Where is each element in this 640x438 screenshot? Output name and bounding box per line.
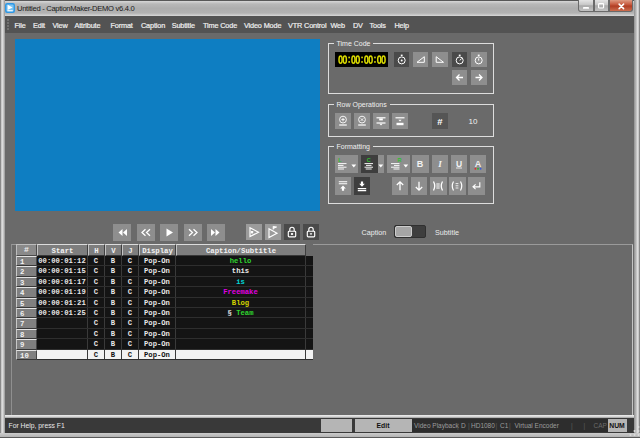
svg-text:L: L xyxy=(338,157,342,163)
svg-text:B: B xyxy=(417,159,424,169)
svg-text:I: I xyxy=(437,159,442,169)
svg-text:C: C xyxy=(366,157,370,163)
svg-text:A: A xyxy=(475,159,482,169)
svg-text:U: U xyxy=(456,159,462,169)
svg-text:#: # xyxy=(437,116,443,127)
svg-text:R: R xyxy=(397,157,401,163)
